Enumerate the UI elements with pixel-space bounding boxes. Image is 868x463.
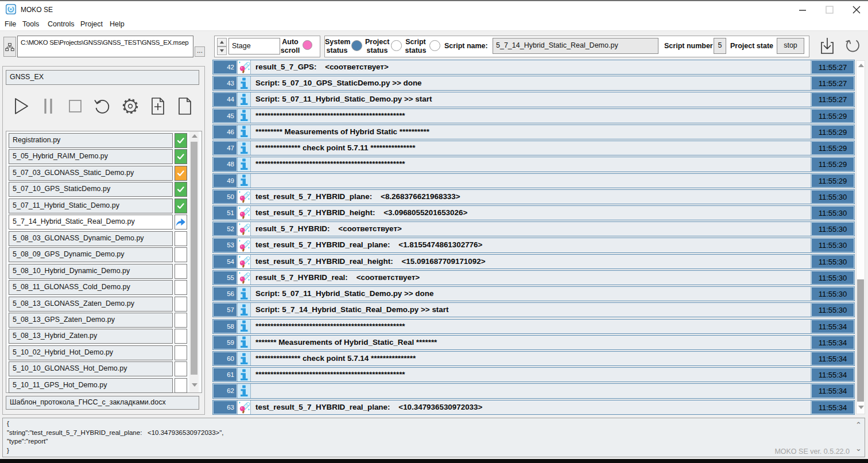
log-row-text: test_result_5_7_HYBRID_real_height: <15.…: [251, 255, 811, 269]
info-icon-glyph: [240, 288, 249, 300]
log-row-text: result_5_7_HYBRID: <соответствует>: [251, 222, 811, 236]
script-status-icon: [175, 361, 187, 376]
auto-scroll-indicator[interactable]: [303, 40, 312, 50]
log-row-text: [251, 174, 811, 188]
log-row-text: [251, 384, 811, 398]
log-row[interactable]: 45 *************************************…: [212, 108, 855, 123]
script-list-item[interactable]: 5_07_10_GPS_StaticDemo.py: [9, 182, 173, 197]
log-row[interactable]: 43 Script: 5_07_10_GPS_StaticDemo.py >> …: [212, 76, 855, 91]
stage-spin-down[interactable]: [217, 46, 227, 55]
report-wand-icon: [238, 239, 250, 252]
project-status-label: Project status: [365, 38, 389, 55]
console-scroll-up-arrow[interactable]: ⌃: [855, 421, 862, 429]
new-file-button[interactable]: [175, 96, 195, 116]
script-list-item[interactable]: 5_10_10_GLONASS_Hot_Demo.py: [9, 361, 173, 376]
log-row[interactable]: 50 test_result_5_7_HYBRID_plane: <8.2683…: [212, 189, 855, 204]
menu-tools[interactable]: Tools: [22, 20, 39, 28]
log-row[interactable]: 54 test_result_5_7_HYBRID_real_height: <…: [212, 254, 855, 269]
log-row[interactable]: 62 11:55:34: [212, 383, 855, 398]
project-tree-button[interactable]: [3, 37, 16, 57]
script-list-item[interactable]: 5_08_09_GPS_Dynamic_Demo.py: [9, 247, 173, 262]
script-list-item[interactable]: 5_05_Hybrid_RAIM_Demo.py: [9, 149, 173, 164]
log-row[interactable]: 46 ********* Measurements of Hybrid Stat…: [212, 124, 855, 139]
script-status-icon: [175, 166, 187, 181]
settings-button[interactable]: [120, 96, 141, 116]
scroll-up-arrow[interactable]: [192, 134, 197, 138]
project-name-field[interactable]: GNSS_EX: [6, 70, 199, 85]
close-button[interactable]: [848, 5, 865, 15]
log-row[interactable]: 58 *************************************…: [212, 319, 855, 334]
script-list-item[interactable]: 5_08_03_GLONASS_Dynamic_Demo.py: [9, 231, 173, 246]
maximize-button[interactable]: [821, 5, 838, 15]
script-list-item[interactable]: 5_10_11_GPS_Hot_Demo.py: [9, 378, 173, 393]
log-row[interactable]: 53 test_result_5_7_HYBRID_real_plane: <1…: [212, 238, 855, 252]
console-scroll-down-arrow[interactable]: ⌄: [855, 444, 862, 453]
stop-button[interactable]: [65, 96, 86, 116]
log-row-number: 56: [213, 287, 237, 301]
export-log-button[interactable]: [819, 36, 836, 56]
log-row[interactable]: 63 test_result_5_7_HYBRID_real_plane: <1…: [212, 400, 855, 415]
clear-log-button[interactable]: [843, 36, 862, 56]
log-row[interactable]: 48 *************************************…: [212, 157, 855, 172]
scrollbar-thumb[interactable]: [191, 142, 197, 375]
script-list-item[interactable]: 5_07_03_GLONASS_Static_Demo.py: [9, 166, 173, 181]
script-list-item[interactable]: 5_08_13_GLONASS_Zaten_Demo.py: [9, 297, 173, 312]
log-row[interactable]: 57 Script: 5_7_14_Hybrid_Static_Real_Dem…: [212, 302, 855, 317]
project-path-field[interactable]: C:\MOKO SE\Projects\GNSS\GNSS_TEST\GNSS_…: [17, 36, 193, 57]
browse-button[interactable]: ...: [195, 46, 205, 57]
script-number-field[interactable]: 5: [714, 38, 726, 54]
log-scroll-up-arrow[interactable]: [858, 64, 864, 67]
info-icon: [237, 157, 251, 171]
log-row-time: 11:55:30: [811, 271, 854, 285]
log-row[interactable]: 47 *************** check point 5.7.11 **…: [212, 141, 855, 155]
script-list-item[interactable]: 5_07_11_Hybrid_Static_Demo.py: [9, 199, 173, 213]
info-icon-glyph: [240, 320, 249, 332]
pause-button[interactable]: [38, 96, 59, 116]
report-icon: [237, 206, 251, 220]
log-row-number: 43: [213, 76, 237, 90]
project-status-indicator: [391, 40, 402, 51]
script-list-item[interactable]: Registration.py: [9, 133, 173, 148]
stage-spin-up[interactable]: [217, 38, 227, 46]
menu-project[interactable]: Project: [80, 20, 103, 28]
log-row[interactable]: 55 result_5_7_HYBRID_real: <соответствуе…: [212, 270, 855, 285]
log-scroll-down-arrow[interactable]: [858, 406, 864, 409]
script-list-item[interactable]: 5_08_13_Hybrid_Zaten.py: [9, 329, 173, 344]
app-icon: [6, 4, 16, 14]
log-scrollbar-thumb[interactable]: [857, 279, 864, 402]
reset-button[interactable]: [92, 96, 113, 116]
script-list-item[interactable]: 5_08_10_Hybrid_Dynamic_Demo.py: [9, 264, 173, 279]
script-list: Registration.py 5_05_Hybrid_RAIM_Demo.py…: [6, 131, 202, 393]
stage-field[interactable]: Stage: [228, 38, 280, 55]
script-name-field[interactable]: 5_7_14_Hybrid_Static_Real_Demo.py: [493, 38, 658, 54]
report-template-field[interactable]: Шаблон_протокола_ГНСС_с_закладками.docx: [6, 396, 199, 410]
titlebar: [0, 1, 868, 18]
log-row[interactable]: 59 ******* Measurements of Hybrid_Static…: [212, 335, 855, 350]
log-row[interactable]: 61 *************************************…: [212, 367, 855, 382]
log-row[interactable]: 42 result_5_7_GPS: <соответствует>11:55:…: [212, 60, 855, 75]
log-row[interactable]: 44 Script: 5_07_11_Hybrid_Static_Demo.py…: [212, 92, 855, 107]
script-list-item[interactable]: 5_7_14_Hybrid_Static_Real_Demo.py: [9, 215, 173, 229]
log-row[interactable]: 49 11:55:29: [212, 173, 855, 188]
script-list-item[interactable]: 5_08_11_GLONASS_Cold_Demo.py: [9, 280, 173, 295]
check-icon: [176, 201, 185, 211]
log-row[interactable]: 60 *************** check point 5.7.14 **…: [212, 351, 855, 366]
info-icon-glyph: [240, 385, 249, 397]
info-icon: [237, 174, 251, 188]
log-row[interactable]: 52 result_5_7_HYBRID: <соответствует>11:…: [212, 221, 855, 236]
menu-file[interactable]: File: [5, 20, 16, 28]
log-row[interactable]: 56 Script: 5_07_11_Hybrid_Static_Demo.py…: [212, 286, 855, 301]
script-status-icon: [175, 247, 187, 262]
log-row-text: result_5_7_HYBRID_real: <соответствует>: [251, 271, 811, 285]
play-button[interactable]: [11, 96, 32, 116]
scroll-down-arrow[interactable]: [192, 383, 197, 387]
add-file-button[interactable]: [148, 96, 168, 116]
script-list-item[interactable]: 5_08_13_GPS_Zaten_Demo.py: [9, 313, 173, 328]
script-list-item[interactable]: 5_10_02_Hybrid_Hot_Demo.py: [9, 345, 173, 360]
menu-help[interactable]: Help: [110, 20, 125, 28]
menu-controls[interactable]: Controls: [48, 20, 75, 28]
log-row-time: 11:55:34: [811, 352, 854, 365]
minimize-button[interactable]: [794, 5, 811, 15]
log-row[interactable]: 51 test_result_5_7_HYBRID_height: <3.096…: [212, 205, 855, 220]
project-state-field[interactable]: stop: [777, 38, 804, 54]
